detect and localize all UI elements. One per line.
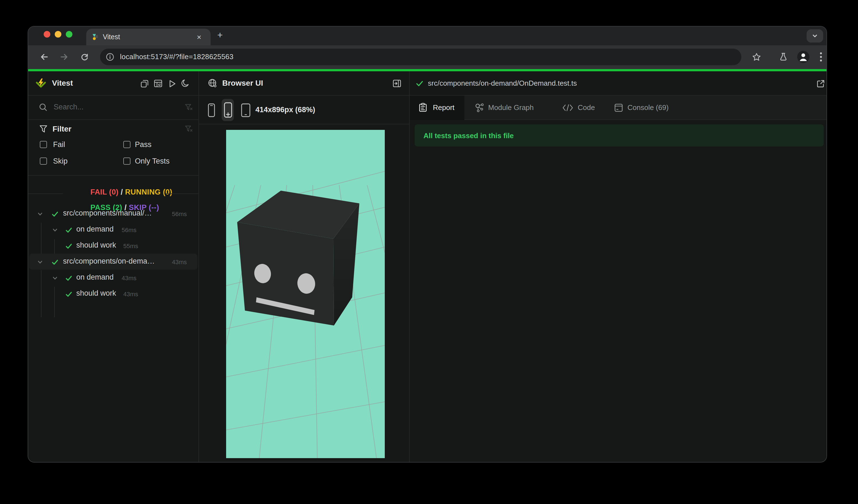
app-viewport[interactable] xyxy=(226,130,385,458)
device-phone-add-button[interactable] xyxy=(222,99,234,121)
tree-row-file-selected[interactable]: src/components/on-dema… 43ms xyxy=(29,254,197,270)
module-graph-icon xyxy=(475,103,484,112)
checkbox-only-tests-label[interactable]: Only Tests xyxy=(135,157,170,165)
url-text[interactable]: localhost:5173/#/?file=1828625563 xyxy=(120,52,234,61)
open-external-button[interactable] xyxy=(815,79,825,88)
browser-menu-button[interactable] xyxy=(815,51,826,63)
sidebar-title: Vitest xyxy=(52,79,73,87)
checkbox-skip[interactable] xyxy=(40,158,47,165)
divider xyxy=(164,193,198,194)
chevron-down-icon[interactable] xyxy=(52,227,58,233)
back-button[interactable] xyxy=(38,51,50,63)
code-icon xyxy=(562,104,573,112)
checkbox-pass-label[interactable]: Pass xyxy=(135,140,152,149)
device-toolbar: 414x896px (68%) xyxy=(199,96,409,124)
windows-icon[interactable] xyxy=(139,79,149,88)
tab-code[interactable]: Code xyxy=(562,96,612,120)
tree-row-test[interactable]: should work 55ms xyxy=(28,238,198,254)
banner-text: All tests passed in this file xyxy=(424,131,514,140)
robot-cube xyxy=(237,191,359,325)
pass-check-icon xyxy=(51,259,59,266)
forward-icon xyxy=(60,52,68,61)
tab-console[interactable]: Console (69) xyxy=(614,96,686,120)
flask-icon xyxy=(779,52,788,61)
bookmark-button[interactable] xyxy=(750,51,762,63)
new-tab-button[interactable]: + xyxy=(217,30,223,41)
pass-check-icon xyxy=(416,80,424,87)
tree-row-file[interactable]: src/components/manual/… 56ms xyxy=(28,206,198,222)
test-tree: src/components/manual/… 56ms on demand 5… xyxy=(28,206,198,438)
reload-icon xyxy=(80,52,89,61)
tab-report[interactable]: Report xyxy=(410,96,464,120)
detail-tabs: Report Module Graph Code xyxy=(410,96,827,120)
divider xyxy=(28,175,198,176)
dock-panel-icon[interactable] xyxy=(392,79,402,88)
zoom-window-button[interactable] xyxy=(66,31,73,37)
tab-module-graph[interactable]: Module Graph xyxy=(475,96,552,120)
clear-filter-icon[interactable] xyxy=(185,125,193,133)
checkbox-fail-label[interactable]: Fail xyxy=(53,140,65,149)
phone-add-icon xyxy=(224,102,232,118)
info-icon[interactable] xyxy=(105,51,115,63)
tab-search-button[interactable] xyxy=(807,29,823,43)
checkbox-skip-label[interactable]: Skip xyxy=(53,157,68,165)
profile-button[interactable] xyxy=(797,50,810,64)
browser-ui-header: Browser UI xyxy=(199,71,409,96)
threejs-scene xyxy=(226,130,385,458)
tree-row-test[interactable]: should work 43ms xyxy=(28,286,198,302)
viewport-dimensions[interactable]: 414x896px (68%) xyxy=(255,105,315,114)
search-bar[interactable] xyxy=(28,96,198,120)
phone-small-icon[interactable] xyxy=(207,102,216,118)
vitest-logo-icon xyxy=(35,78,46,89)
chevron-down-icon xyxy=(812,33,818,39)
pass-check-icon xyxy=(65,275,73,282)
file-path: src/components/on-demand/OnDemand.test.t… xyxy=(428,79,577,87)
tab-strip: Vitest × + xyxy=(28,27,826,45)
globe-icon xyxy=(208,79,217,88)
back-icon xyxy=(40,52,49,61)
browser-tab-vitest[interactable]: Vitest × xyxy=(86,29,211,45)
close-tab-icon[interactable]: × xyxy=(197,33,201,42)
all-tests-passed-banner: All tests passed in this file xyxy=(415,124,824,146)
test-progress-bar xyxy=(28,69,826,71)
filter-icon xyxy=(39,125,48,133)
search-icon xyxy=(39,103,48,112)
search-input[interactable] xyxy=(52,102,176,112)
minimize-window-button[interactable] xyxy=(55,31,61,37)
browser-ui-title: Browser UI xyxy=(222,79,263,87)
pass-check-icon xyxy=(51,211,59,218)
console-icon xyxy=(614,103,623,112)
external-link-icon xyxy=(816,79,825,87)
checkbox-pass[interactable] xyxy=(123,141,130,148)
chevron-down-icon[interactable] xyxy=(37,259,43,265)
experiments-button[interactable] xyxy=(777,51,790,63)
sidebar: Vitest xyxy=(28,71,198,462)
address-bar[interactable]: localhost:5173/#/?file=1828625563 xyxy=(100,49,741,65)
chevron-down-icon[interactable] xyxy=(37,211,43,217)
run-all-icon[interactable] xyxy=(167,79,177,88)
report-panel: src/components/on-demand/OnDemand.test.t… xyxy=(410,71,827,462)
clear-filter-icon[interactable] xyxy=(185,103,193,112)
dark-mode-icon[interactable] xyxy=(180,79,190,88)
tree-row-suite[interactable]: on demand 43ms xyxy=(28,270,198,286)
tablet-icon[interactable] xyxy=(240,102,251,118)
browser-window: Vitest × + xyxy=(28,26,827,462)
tree-row-suite[interactable]: on demand 56ms xyxy=(28,222,198,238)
vitest-ui-content: Vitest xyxy=(28,71,826,462)
desktop-background: Vitest × + xyxy=(0,0,858,504)
tab-title: Vitest xyxy=(103,33,120,41)
file-path-header: src/components/on-demand/OnDemand.test.t… xyxy=(410,71,827,96)
chevron-down-icon[interactable] xyxy=(52,275,58,281)
checkbox-fail[interactable] xyxy=(40,141,47,148)
pass-check-icon xyxy=(65,227,73,234)
vitest-favicon xyxy=(92,33,99,41)
forward-button[interactable] xyxy=(58,51,70,63)
checkbox-only-tests[interactable] xyxy=(123,158,130,165)
reload-button[interactable] xyxy=(79,51,91,63)
divider xyxy=(28,193,63,194)
avatar-icon xyxy=(797,50,810,64)
sidebar-header: Vitest xyxy=(28,71,198,96)
dashboard-icon[interactable] xyxy=(153,79,163,88)
star-icon xyxy=(751,52,761,62)
close-window-button[interactable] xyxy=(44,31,50,37)
